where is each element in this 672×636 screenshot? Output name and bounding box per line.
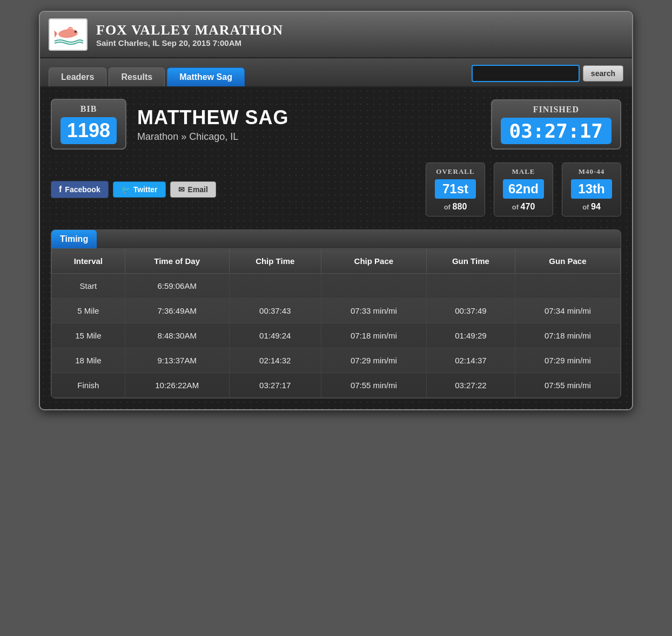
tab-runner[interactable]: Matthew Sag bbox=[167, 67, 245, 86]
email-icon: ✉ bbox=[178, 185, 185, 194]
social-rankings-row: f Facebook 🐦 Twitter ✉ Email Overall 71s… bbox=[51, 163, 621, 216]
rank-agegroup-of: of 94 bbox=[571, 202, 612, 212]
runner-name: Matthew Sag bbox=[137, 106, 480, 129]
rank-agegroup-category: M40-44 bbox=[571, 167, 612, 176]
col-interval: Interval bbox=[52, 249, 125, 274]
nav-bar: Leaders Results Matthew Sag search bbox=[40, 58, 632, 88]
facebook-label: Facebook bbox=[65, 185, 100, 194]
finished-time: 03:27:17 bbox=[501, 118, 611, 144]
twitter-icon: 🐦 bbox=[121, 185, 130, 194]
rank-agegroup: M40-44 13th of 94 bbox=[562, 163, 621, 216]
rankings: Overall 71st of 880 Male 62nd of 470 M bbox=[426, 163, 621, 216]
runner-details: Marathon » Chicago, IL bbox=[137, 131, 480, 143]
table-cell: 03:27:17 bbox=[229, 373, 321, 398]
col-gun-time: Gun Time bbox=[426, 249, 515, 274]
table-cell bbox=[321, 274, 426, 299]
rank-male-category: Male bbox=[503, 167, 544, 176]
table-row: Finish10:26:22AM03:27:1707:55 min/mi03:2… bbox=[52, 373, 621, 398]
rank-overall: Overall 71st of 880 bbox=[426, 163, 485, 216]
table-cell bbox=[426, 274, 515, 299]
table-cell: 01:49:24 bbox=[229, 323, 321, 348]
col-time-of-day: Time of Day bbox=[125, 249, 229, 274]
table-cell: 02:14:37 bbox=[426, 348, 515, 373]
search-input[interactable] bbox=[472, 65, 580, 82]
timing-section: Timing Interval Time of Day Chip Time Ch… bbox=[51, 229, 621, 398]
bib-number: 1198 bbox=[61, 117, 117, 144]
social-buttons: f Facebook 🐦 Twitter ✉ Email bbox=[51, 181, 216, 198]
rank-male: Male 62nd of 470 bbox=[494, 163, 553, 216]
email-button[interactable]: ✉ Email bbox=[170, 181, 216, 198]
table-cell: 15 Mile bbox=[52, 323, 125, 348]
table-cell: 07:18 min/mi bbox=[321, 323, 426, 348]
bib-label: Bib bbox=[61, 104, 117, 114]
table-cell: 18 Mile bbox=[52, 348, 125, 373]
timing-header: Timing bbox=[51, 230, 97, 248]
table-row: 15 Mile8:48:30AM01:49:2407:18 min/mi01:4… bbox=[52, 323, 621, 348]
table-cell bbox=[229, 274, 321, 299]
header: Fox Valley Marathon Saint Charles, IL Se… bbox=[40, 12, 632, 58]
col-gun-pace: Gun Pace bbox=[515, 249, 620, 274]
runner-name-block: Matthew Sag Marathon » Chicago, IL bbox=[137, 106, 480, 143]
timing-tbody: Start6:59:06AM5 Mile7:36:49AM00:37:4307:… bbox=[52, 274, 621, 398]
table-cell: 07:29 min/mi bbox=[515, 348, 620, 373]
header-subtitle: Saint Charles, IL Sep 20, 2015 7:00AM bbox=[96, 38, 283, 48]
col-chip-pace: Chip Pace bbox=[321, 249, 426, 274]
timing-header-row: Timing bbox=[51, 230, 621, 248]
table-cell: 02:14:32 bbox=[229, 348, 321, 373]
table-cell: 5 Mile bbox=[52, 299, 125, 323]
table-cell: 07:18 min/mi bbox=[515, 323, 620, 348]
table-row: Start6:59:06AM bbox=[52, 274, 621, 299]
table-cell: Finish bbox=[52, 373, 125, 398]
timing-thead: Interval Time of Day Chip Time Chip Pace… bbox=[52, 249, 621, 274]
bib-block: Bib 1198 bbox=[51, 99, 126, 150]
table-cell: Start bbox=[52, 274, 125, 299]
rank-overall-place: 71st bbox=[435, 179, 476, 199]
timing-header-row: Interval Time of Day Chip Time Chip Pace… bbox=[52, 249, 621, 274]
facebook-button[interactable]: f Facebook bbox=[51, 181, 109, 198]
table-cell: 9:13:37AM bbox=[125, 348, 229, 373]
table-row: 18 Mile9:13:37AM02:14:3207:29 min/mi02:1… bbox=[52, 348, 621, 373]
rank-male-of: of 470 bbox=[503, 202, 544, 212]
table-cell: 01:49:29 bbox=[426, 323, 515, 348]
table-cell: 07:33 min/mi bbox=[321, 299, 426, 323]
header-text: Fox Valley Marathon Saint Charles, IL Se… bbox=[96, 22, 283, 48]
table-cell: 10:26:22AM bbox=[125, 373, 229, 398]
logo bbox=[49, 18, 88, 51]
table-cell: 00:37:43 bbox=[229, 299, 321, 323]
facebook-icon: f bbox=[59, 185, 62, 194]
runner-info-row: Bib 1198 Matthew Sag Marathon » Chicago,… bbox=[51, 99, 621, 150]
table-cell: 7:36:49AM bbox=[125, 299, 229, 323]
tab-results[interactable]: Results bbox=[109, 67, 165, 86]
table-cell: 07:29 min/mi bbox=[321, 348, 426, 373]
email-label: Email bbox=[188, 185, 208, 194]
finished-block: Finished 03:27:17 bbox=[491, 99, 621, 150]
search-button[interactable]: search bbox=[583, 65, 623, 82]
app-window: Fox Valley Marathon Saint Charles, IL Se… bbox=[39, 11, 633, 410]
twitter-label: Twitter bbox=[133, 185, 158, 194]
nav-search: search bbox=[472, 65, 623, 86]
header-title: Fox Valley Marathon bbox=[96, 22, 283, 38]
runner-location: Chicago, IL bbox=[189, 131, 238, 142]
rank-agegroup-place: 13th bbox=[571, 179, 612, 199]
rank-overall-category: Overall bbox=[435, 167, 476, 176]
tab-leaders[interactable]: Leaders bbox=[49, 67, 106, 86]
table-cell: 03:27:22 bbox=[426, 373, 515, 398]
rank-overall-of: of 880 bbox=[435, 202, 476, 212]
col-chip-time: Chip Time bbox=[229, 249, 321, 274]
table-cell: 6:59:06AM bbox=[125, 274, 229, 299]
table-cell: 07:34 min/mi bbox=[515, 299, 620, 323]
twitter-button[interactable]: 🐦 Twitter bbox=[113, 181, 166, 198]
table-cell bbox=[515, 274, 620, 299]
timing-label: Timing bbox=[60, 234, 88, 243]
rank-male-place: 62nd bbox=[503, 179, 544, 199]
finished-label: Finished bbox=[501, 105, 611, 114]
table-row: 5 Mile7:36:49AM00:37:4307:33 min/mi00:37… bbox=[52, 299, 621, 323]
table-cell: 07:55 min/mi bbox=[515, 373, 620, 398]
table-cell: 07:55 min/mi bbox=[321, 373, 426, 398]
table-cell: 00:37:49 bbox=[426, 299, 515, 323]
timing-table: Interval Time of Day Chip Time Chip Pace… bbox=[51, 248, 621, 398]
table-cell: 8:48:30AM bbox=[125, 323, 229, 348]
runner-race: Marathon bbox=[137, 131, 178, 142]
main-content: Bib 1198 Matthew Sag Marathon » Chicago,… bbox=[40, 88, 632, 409]
